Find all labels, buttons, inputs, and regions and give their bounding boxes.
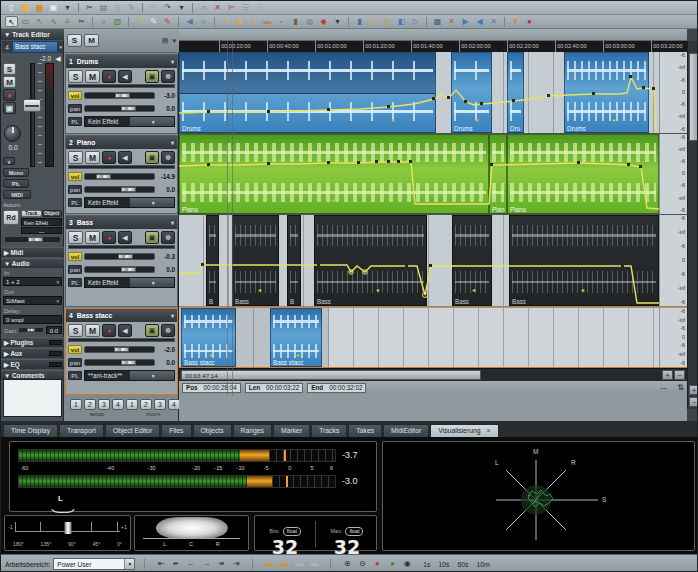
- zoom-preset[interactable]: 60s: [458, 561, 469, 568]
- record-button[interactable]: ●: [102, 70, 116, 83]
- object-mode1-icon[interactable]: ■: [233, 16, 246, 27]
- gear-icon[interactable]: ☸: [161, 324, 175, 337]
- effect-dropdown[interactable]: Kein Effekt▾: [84, 197, 175, 208]
- tab-object[interactable]: Object: [42, 210, 63, 217]
- draw-automation-pencil-icon[interactable]: ✎: [161, 16, 174, 27]
- volume-slider[interactable]: [84, 173, 155, 180]
- in-select[interactable]: 1 + 2▾: [3, 277, 62, 286]
- gain-slider[interactable]: [18, 327, 44, 333]
- brush-icon[interactable]: ✎: [125, 2, 138, 13]
- swap-icon[interactable]: ↔: [659, 383, 667, 392]
- split-object-icon[interactable]: ✄: [225, 2, 238, 13]
- audio-object[interactable]: Dru: [507, 52, 524, 133]
- updown-icon[interactable]: ⇅: [677, 383, 684, 392]
- play-range-icon[interactable]: ◧: [395, 16, 408, 27]
- redo-icon[interactable]: ↷: [161, 2, 174, 13]
- chevron-down-icon[interactable]: ▾: [59, 44, 62, 50]
- plugin-chip[interactable]: PL: [68, 278, 82, 287]
- effect-dropdown[interactable]: Kein Effekt: [21, 218, 62, 226]
- object-mode4-icon[interactable]: ▪: [275, 16, 288, 27]
- chevron-down-icon[interactable]: ▾: [171, 139, 174, 146]
- monitor-icon[interactable]: ▤: [162, 37, 169, 45]
- section-midi[interactable]: ▶ Midi: [1, 247, 64, 257]
- audio-object[interactable]: Drums ◄: [451, 52, 492, 133]
- solo-button[interactable]: S: [68, 324, 83, 337]
- tab-object-editor[interactable]: Object Editor: [105, 424, 160, 437]
- step-back-icon[interactable]: ←: [184, 558, 198, 570]
- marker-disabled-icon[interactable]: ▬: [292, 558, 306, 570]
- zoom-all-icon[interactable]: ◉: [400, 558, 414, 570]
- horizontal-scrollbar[interactable]: 00:03:47:14 + −: [179, 368, 687, 381]
- tab-visualisierung[interactable]: Visualisierung×: [430, 424, 498, 437]
- audio-object[interactable]: Drums ◄: [179, 52, 436, 133]
- pan-chip[interactable]: pan: [68, 265, 82, 274]
- zoom-preset[interactable]: 10s: [439, 561, 450, 568]
- zoom-in-icon[interactable]: ⊕: [340, 558, 354, 570]
- open-project-icon[interactable]: ▆: [33, 2, 46, 13]
- prev-marker-icon[interactable]: ↞: [169, 558, 183, 570]
- lock-icon[interactable]: ▣: [145, 324, 159, 337]
- zoom-out-icon[interactable]: ⊖: [355, 558, 369, 570]
- magnet-icon[interactable]: ∩: [197, 2, 210, 13]
- gear-icon[interactable]: ☸: [161, 231, 175, 244]
- zoom-red-icon[interactable]: ●: [370, 558, 384, 570]
- mute-button[interactable]: M: [85, 324, 100, 337]
- effect-dropdown[interactable]: Kein Effekt▾: [84, 277, 175, 288]
- tab-transport[interactable]: Transport: [59, 424, 104, 437]
- copy-icon[interactable]: ▤: [97, 2, 110, 13]
- pan-slider[interactable]: [84, 359, 155, 366]
- draw-wave-pencil-icon[interactable]: ✎: [147, 16, 160, 27]
- range-marker-icon[interactable]: ▬: [277, 558, 291, 570]
- plugin-chip[interactable]: PL: [68, 117, 82, 126]
- cut-tool-icon[interactable]: ✂: [75, 16, 88, 27]
- range-cursor[interactable]: [232, 41, 233, 396]
- effect-dropdown[interactable]: **am-track**▾: [84, 370, 175, 381]
- audio-object[interactable]: B: [287, 215, 301, 306]
- color-tool-icon[interactable]: ▧: [111, 16, 124, 27]
- midi-button[interactable]: MIDI: [3, 190, 31, 199]
- phase-button[interactable]: Ph.: [3, 179, 29, 188]
- tab-objects[interactable]: Objects: [193, 424, 232, 437]
- go-start-icon[interactable]: ⇤: [154, 558, 168, 570]
- timeline-ruler[interactable]: 00:00:20:0000:00:40:0000:01:00:0000:01:2…: [179, 41, 687, 52]
- chevron-down-icon[interactable]: ▾: [171, 219, 174, 226]
- universal-mouse-tool-icon[interactable]: ↖: [5, 16, 18, 27]
- vol-chip[interactable]: vol: [68, 172, 82, 181]
- pan-slider[interactable]: [84, 266, 155, 273]
- ruler-mode-icon[interactable]: ▮: [289, 16, 302, 27]
- volume-slider[interactable]: [84, 92, 155, 99]
- new-file-icon[interactable]: ▯: [5, 2, 18, 13]
- draw-midi-pencil-icon[interactable]: ✎: [133, 16, 146, 27]
- mixer-window-icon[interactable]: ✕: [445, 16, 458, 27]
- group-icon[interactable]: ☰: [239, 2, 252, 13]
- speaker-icon[interactable]: ◀: [118, 324, 132, 337]
- mute-all-button[interactable]: M: [84, 34, 99, 47]
- special-tool-icon[interactable]: ◆: [317, 16, 330, 27]
- chevron-down-icon[interactable]: ▾: [172, 37, 176, 45]
- solo-button[interactable]: S: [3, 63, 16, 75]
- object-mode2-icon[interactable]: ■: [247, 16, 260, 27]
- curve-tool-icon[interactable]: ∿: [47, 16, 60, 27]
- go-end-icon[interactable]: ⇥: [229, 558, 243, 570]
- setup-preset-button[interactable]: 3: [98, 399, 110, 410]
- object-mode3-icon[interactable]: ▬: [261, 16, 274, 27]
- save-icon[interactable]: ▣: [47, 2, 60, 13]
- effect-slot[interactable]: —: [21, 227, 62, 234]
- speaker-icon[interactable]: ◀: [118, 231, 132, 244]
- record-mute-icon[interactable]: ●: [523, 16, 536, 27]
- audio-object[interactable]: Drums ◄: [564, 52, 649, 133]
- section-aux[interactable]: ▶ Aux: [1, 348, 64, 358]
- lock-objects-icon[interactable]: ▪: [219, 16, 232, 27]
- mute-button[interactable]: M: [3, 76, 16, 88]
- audio-object[interactable]: Bass ◄: [314, 215, 427, 306]
- marker-disabled2-icon[interactable]: ▬: [307, 558, 321, 570]
- play-icon[interactable]: ▶: [459, 16, 472, 27]
- setup-preset-button[interactable]: 4: [112, 399, 124, 410]
- audio-object[interactable]: Bass ◄: [232, 215, 279, 306]
- vol-chip[interactable]: vol: [68, 252, 82, 261]
- speaker-icon[interactable]: ◀: [53, 54, 63, 63]
- zoom-preset-button[interactable]: 3: [154, 399, 166, 410]
- gear-icon[interactable]: ☸: [161, 70, 175, 83]
- volume-fader-handle[interactable]: [23, 99, 41, 112]
- zoom-preset[interactable]: 10m: [476, 561, 489, 568]
